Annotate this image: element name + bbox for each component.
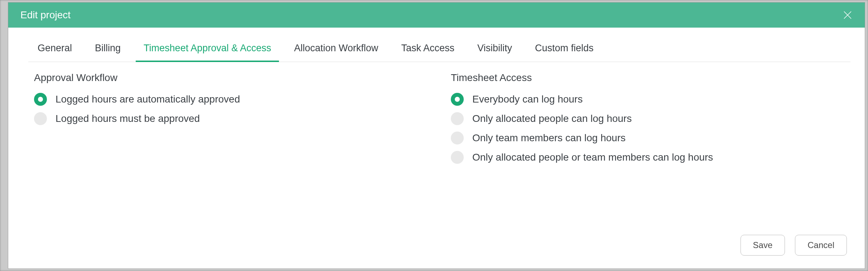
tab-allocation-workflow[interactable]: Allocation Workflow xyxy=(293,43,379,62)
tab-billing[interactable]: Billing xyxy=(94,43,121,62)
approval-workflow-section: Approval Workflow Logged hours are autom… xyxy=(28,72,451,170)
access-option-everybody[interactable]: Everybody can log hours xyxy=(451,93,850,106)
radio-label: Everybody can log hours xyxy=(472,94,583,105)
tab-visibility[interactable]: Visibility xyxy=(477,43,513,62)
radio-icon xyxy=(451,132,464,144)
timesheet-access-section: Timesheet Access Everybody can log hours… xyxy=(451,72,850,170)
approval-option-manual[interactable]: Logged hours must be approved xyxy=(34,112,451,125)
close-button[interactable] xyxy=(841,9,854,22)
tabs: General Billing Timesheet Approval & Acc… xyxy=(28,43,850,62)
cancel-button[interactable]: Cancel xyxy=(795,235,847,256)
radio-icon xyxy=(34,112,47,125)
radio-label: Only allocated people can log hours xyxy=(472,113,632,124)
radio-label: Logged hours are automatically approved xyxy=(56,94,240,105)
tab-timesheet-approval-access[interactable]: Timesheet Approval & Access xyxy=(143,43,272,62)
access-option-team-members[interactable]: Only team members can log hours xyxy=(451,132,850,144)
save-button[interactable]: Save xyxy=(741,235,785,256)
access-option-allocated[interactable]: Only allocated people can log hours xyxy=(451,112,850,125)
radio-icon xyxy=(451,93,464,106)
modal-header: Edit project xyxy=(8,3,865,28)
radio-label: Only team members can log hours xyxy=(472,132,626,144)
radio-icon xyxy=(34,93,47,106)
tab-general[interactable]: General xyxy=(37,43,73,62)
edit-project-modal: Edit project General Billing Timesheet A… xyxy=(8,2,865,269)
content-columns: Approval Workflow Logged hours are autom… xyxy=(28,72,850,170)
tab-custom-fields[interactable]: Custom fields xyxy=(534,43,594,62)
tab-task-access[interactable]: Task Access xyxy=(400,43,455,62)
timesheet-access-title: Timesheet Access xyxy=(451,72,850,84)
radio-icon xyxy=(451,151,464,164)
radio-label: Logged hours must be approved xyxy=(56,113,200,124)
approval-option-auto[interactable]: Logged hours are automatically approved xyxy=(34,93,451,106)
radio-label: Only allocated people or team members ca… xyxy=(472,152,713,163)
approval-workflow-title: Approval Workflow xyxy=(34,72,451,84)
access-option-allocated-or-team[interactable]: Only allocated people or team members ca… xyxy=(451,151,850,164)
modal-footer: Save Cancel xyxy=(28,235,850,258)
modal-body: General Billing Timesheet Approval & Acc… xyxy=(8,28,865,268)
radio-icon xyxy=(451,112,464,125)
modal-title: Edit project xyxy=(20,9,71,21)
close-icon xyxy=(842,10,853,20)
